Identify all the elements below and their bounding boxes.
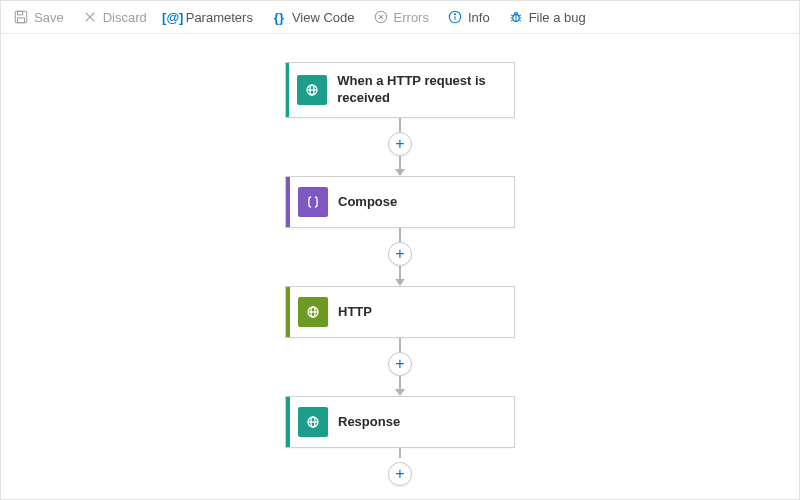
parameters-icon: [@] — [165, 9, 181, 25]
connector: + — [388, 338, 412, 396]
view-code-label: View Code — [292, 10, 355, 25]
file-bug-button[interactable]: File a bug — [508, 9, 586, 25]
node-title: Compose — [338, 194, 407, 211]
errors-button[interactable]: Errors — [373, 9, 429, 25]
save-button[interactable]: Save — [13, 9, 64, 25]
svg-line-17 — [511, 20, 513, 21]
http-node[interactable]: HTTP — [285, 286, 515, 338]
svg-line-14 — [519, 15, 521, 16]
connector: + — [388, 118, 412, 176]
errors-icon — [373, 9, 389, 25]
bug-icon — [508, 9, 524, 25]
connector-final — [399, 448, 401, 458]
response-icon — [298, 407, 328, 437]
svg-line-13 — [511, 15, 513, 16]
file-bug-label: File a bug — [529, 10, 586, 25]
add-step-button[interactable]: + — [388, 352, 412, 376]
view-code-button[interactable]: {} View Code — [271, 9, 355, 25]
http-icon — [298, 297, 328, 327]
svg-rect-1 — [18, 11, 23, 15]
add-step-button[interactable]: + — [388, 242, 412, 266]
errors-label: Errors — [394, 10, 429, 25]
request-icon — [297, 75, 327, 105]
compose-node[interactable]: Compose — [285, 176, 515, 228]
node-accent — [286, 63, 289, 117]
node-accent — [286, 177, 290, 227]
save-icon — [13, 9, 29, 25]
discard-icon — [82, 9, 98, 25]
code-icon: {} — [271, 9, 287, 25]
connector: + — [388, 228, 412, 286]
node-accent — [286, 287, 290, 337]
compose-icon — [298, 187, 328, 217]
toolbar: Save Discard [@] Parameters {} View Code… — [1, 1, 799, 34]
discard-label: Discard — [103, 10, 147, 25]
response-node[interactable]: Response — [285, 396, 515, 448]
add-step-button[interactable]: + — [388, 132, 412, 156]
node-title: When a HTTP request is received — [337, 73, 514, 107]
parameters-button[interactable]: [@] Parameters — [165, 9, 253, 25]
svg-point-10 — [454, 14, 455, 15]
info-label: Info — [468, 10, 490, 25]
info-icon — [447, 9, 463, 25]
info-button[interactable]: Info — [447, 9, 490, 25]
parameters-label: Parameters — [186, 10, 253, 25]
svg-rect-2 — [18, 18, 25, 23]
node-title: HTTP — [338, 304, 382, 321]
designer-canvas: When a HTTP request is received + Compos… — [1, 34, 799, 494]
add-step-button[interactable]: + — [388, 462, 412, 486]
discard-button[interactable]: Discard — [82, 9, 147, 25]
save-label: Save — [34, 10, 64, 25]
node-title: Response — [338, 414, 410, 431]
svg-line-18 — [519, 20, 521, 21]
node-accent — [286, 397, 290, 447]
trigger-node[interactable]: When a HTTP request is received — [285, 62, 515, 118]
